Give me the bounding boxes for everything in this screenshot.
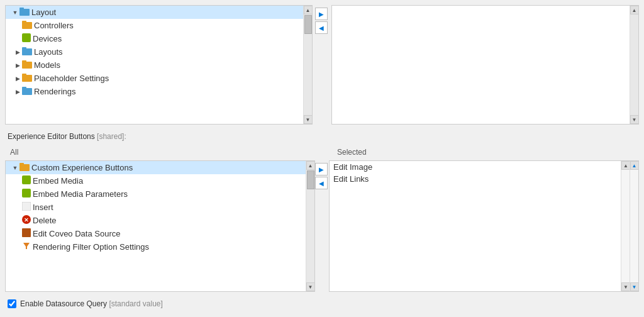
folder-blue-icon-layouts <box>22 47 32 57</box>
folder-yellow-icon-placeholder <box>22 73 32 84</box>
scroll-thumb-top-left <box>304 15 312 34</box>
move-left-top-btn[interactable]: ◀ <box>315 21 328 34</box>
tree-item-coveo[interactable]: Edit Coveo Data Source <box>6 227 306 240</box>
tree-item-embed-media[interactable]: Embed Media <box>6 174 306 187</box>
tree-item-embed-media-params[interactable]: Embed Media Parameters <box>6 187 306 201</box>
folder-yellow-icon-controllers <box>22 20 32 31</box>
tree-item-delete-label: Delete <box>33 216 57 225</box>
bottom-right-content[interactable]: Edit Image Edit Links <box>330 161 621 291</box>
insert-icon <box>22 202 31 213</box>
tree-item-delete[interactable]: ✕ Delete <box>6 214 306 227</box>
expand-arrow-layouts[interactable]: ▶ <box>13 48 22 57</box>
top-panel: ▼ Layout <box>5 5 639 125</box>
tree-item-layout-label: Layout <box>31 8 56 17</box>
svg-rect-14 <box>19 163 24 165</box>
tree-item-coveo-label: Edit Coveo Data Source <box>33 229 120 238</box>
top-left-tree: ▼ Layout <box>5 5 313 125</box>
tree-item-placeholder-settings[interactable]: ▶ Placeholder Settings <box>6 72 303 85</box>
expand-arrow-models[interactable]: ▶ <box>13 61 22 70</box>
top-right-content <box>332 6 630 124</box>
section-label: Experience Editor Buttons [shared]: <box>5 130 129 142</box>
svg-rect-6 <box>22 47 26 50</box>
folder-blue-icon <box>19 7 30 18</box>
svg-rect-15 <box>22 175 31 184</box>
scroll-up-bottom-right[interactable]: ▲ <box>621 161 630 170</box>
svg-rect-20 <box>22 228 31 237</box>
tree-item-rendering-filter[interactable]: Rendering Filter Option Settings <box>6 240 306 253</box>
tree-item-rendering-filter-label: Rendering Filter Option Settings <box>33 242 149 252</box>
move-left-bottom-btn[interactable]: ◀ <box>315 177 328 189</box>
expand-arrow-custom[interactable]: ▼ <box>11 164 19 172</box>
svg-marker-21 <box>23 243 30 249</box>
tree-item-devices[interactable]: Devices <box>6 32 303 45</box>
bottom-right-order-controls: ▲ ▼ <box>630 161 638 291</box>
top-tree-content[interactable]: ▼ Layout <box>6 6 303 124</box>
scroll-track-bottom-right <box>621 170 630 282</box>
enable-datasource-label[interactable]: Enable Datasource Query [standard value] <box>20 299 163 308</box>
bottom-panel-section: ▼ Custom Experience Buttons <box>5 160 639 292</box>
tree-item-insert-label: Insert <box>33 203 53 212</box>
bottom-left-scrollbar: ▲ ▼ <box>306 161 314 291</box>
enable-row: Enable Datasource Query [standard value] <box>5 296 639 312</box>
scroll-track-top-right <box>630 14 639 115</box>
scroll-track-bottom-left <box>306 170 315 282</box>
svg-text:✕: ✕ <box>24 217 29 223</box>
tree-item-layouts[interactable]: ▶ Layouts <box>6 45 303 58</box>
selected-item-edit-image-label: Edit Image <box>333 162 372 172</box>
tree-item-controllers[interactable]: Controllers <box>6 19 303 32</box>
bottom-left-tree: ▼ Custom Experience Buttons <box>5 160 315 292</box>
scroll-down-top-left[interactable]: ▼ <box>304 115 313 124</box>
bottom-middle-controls: ▶ ◀ <box>315 160 329 292</box>
x-red-icon: ✕ <box>22 215 31 226</box>
move-up-btn[interactable]: ▲ <box>630 161 639 170</box>
folder-yellow-icon-models <box>22 60 32 70</box>
tree-item-placeholder-label: Placeholder Settings <box>34 74 109 83</box>
scroll-down-bottom-left[interactable]: ▼ <box>306 282 315 291</box>
selected-item-edit-links[interactable]: Edit Links <box>330 173 621 185</box>
scroll-down-bottom-right[interactable]: ▼ <box>621 282 630 291</box>
scroll-up-bottom-left[interactable]: ▲ <box>306 161 315 170</box>
enable-datasource-checkbox[interactable] <box>8 299 16 308</box>
svg-rect-1 <box>19 8 24 10</box>
expand-arrow-layout[interactable]: ▼ <box>11 8 19 17</box>
move-right-bottom-btn[interactable]: ▶ <box>315 163 328 175</box>
folder-blue-icon-renderings <box>22 86 32 97</box>
tree-item-embed-media-label: Embed Media <box>33 176 83 186</box>
all-selected-row: All Selected <box>5 147 639 157</box>
move-down-btn[interactable]: ▼ <box>630 282 639 291</box>
tree-item-custom-label: Custom Experience Buttons <box>31 163 133 172</box>
bottom-right-scrollbar: ▲ ▼ <box>621 161 630 291</box>
bottom-right-panel: Edit Image Edit Links ▲ ▼ ▲ ▼ <box>329 160 639 292</box>
tree-item-renderings[interactable]: ▶ Renderings <box>6 85 303 98</box>
top-left-scrollbar: ▲ ▼ <box>303 6 312 124</box>
selected-label: Selected <box>335 148 369 157</box>
top-right-panel: ▲ ▼ <box>331 5 639 125</box>
gear-green-icon-embed <box>22 175 31 186</box>
top-right-scrollbar: ▲ ▼ <box>630 6 638 124</box>
bottom-tree-content[interactable]: ▼ Custom Experience Buttons <box>6 161 306 291</box>
svg-rect-10 <box>22 74 26 76</box>
tree-item-models[interactable]: ▶ Models <box>6 58 303 72</box>
filter-orange-icon <box>22 242 31 252</box>
all-label: All <box>8 148 21 157</box>
tree-item-models-label: Models <box>34 60 60 70</box>
svg-rect-4 <box>22 33 31 42</box>
scroll-up-top-right[interactable]: ▲ <box>630 6 639 14</box>
scroll-up-top-left[interactable]: ▲ <box>304 6 313 14</box>
tree-item-insert[interactable]: Insert <box>6 201 306 214</box>
coveo-icon <box>22 228 31 239</box>
tree-item-custom-exp-buttons[interactable]: ▼ Custom Experience Buttons <box>6 161 306 174</box>
expand-arrow-renderings[interactable]: ▶ <box>13 87 22 96</box>
gear-green-icon-embed-params <box>22 189 31 199</box>
selected-item-edit-links-label: Edit Links <box>333 174 369 184</box>
move-right-top-btn[interactable]: ▶ <box>315 8 328 20</box>
svg-rect-3 <box>22 21 26 23</box>
scroll-down-top-right[interactable]: ▼ <box>630 115 639 124</box>
tree-item-embed-media-params-label: Embed Media Parameters <box>33 189 128 199</box>
svg-rect-16 <box>22 189 31 197</box>
svg-rect-12 <box>22 87 26 89</box>
expand-arrow-placeholder[interactable]: ▶ <box>13 74 22 83</box>
tree-item-layout[interactable]: ▼ Layout <box>6 6 303 19</box>
tree-item-renderings-label: Renderings <box>34 87 76 96</box>
selected-item-edit-image[interactable]: Edit Image <box>330 161 621 173</box>
